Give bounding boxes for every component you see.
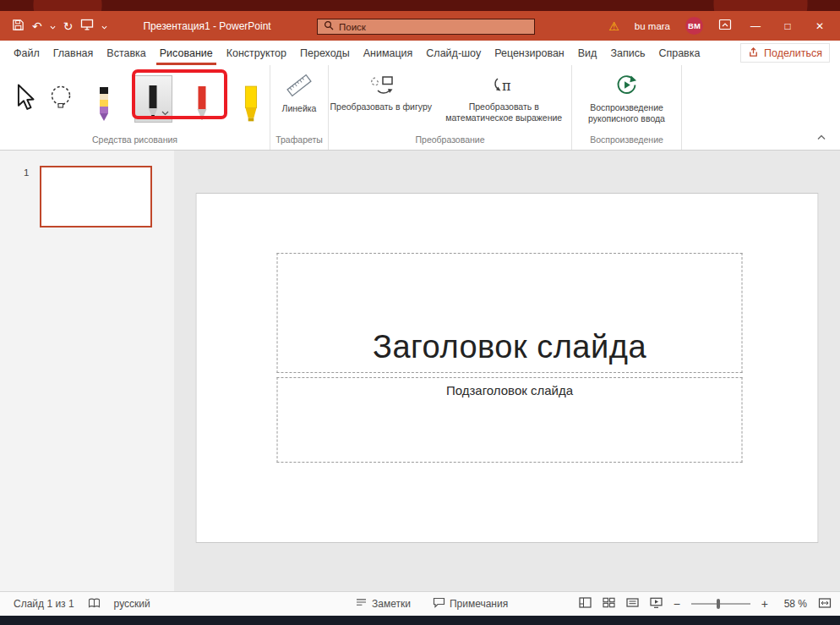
pen-options-chevron-icon[interactable] <box>161 104 169 119</box>
slide-thumbnail-panel: 1 <box>0 151 174 591</box>
search-icon <box>324 20 334 33</box>
account-name[interactable]: bu mara <box>635 21 670 31</box>
slide-number: 1 <box>24 167 29 178</box>
search-input[interactable] <box>339 22 528 32</box>
share-label: Поделиться <box>764 47 822 59</box>
tab-review[interactable]: Рецензирован <box>488 41 571 65</box>
group-label-drawing-tools: Средства рисования <box>0 132 270 150</box>
notes-label: Заметки <box>372 598 411 610</box>
desktop-edge-strip <box>0 616 840 625</box>
notes-button[interactable]: Заметки <box>355 598 411 610</box>
title-placeholder-text: Заголовок слайда <box>373 329 646 365</box>
tab-view[interactable]: Вид <box>571 41 604 65</box>
svg-text:π: π <box>502 78 511 94</box>
ink-replay-button[interactable]: Воспроизведение рукописного ввода <box>575 69 679 129</box>
ink-replay-icon <box>615 74 638 99</box>
group-label-convert: Преобразование <box>329 132 571 150</box>
slide[interactable]: Заголовок слайда Подзаголовок слайда <box>196 193 819 543</box>
subtitle-placeholder[interactable]: Подзаголовок слайда <box>277 377 743 463</box>
share-button[interactable]: Поделиться <box>740 43 830 63</box>
tab-record[interactable]: Запись <box>603 41 652 65</box>
group-replay: Воспроизведение рукописного ввода Воспро… <box>572 65 682 150</box>
highlighter-icon <box>242 85 260 123</box>
titlebar: ↶ ↻ Презентация1 - PowerPoint ⚠ bu mara … <box>0 11 840 41</box>
multicolor-pen-icon <box>96 85 112 123</box>
close-button[interactable]: ✕ <box>811 20 828 32</box>
tab-insert[interactable]: Вставка <box>100 41 152 65</box>
ruler-icon <box>285 74 314 100</box>
title-placeholder[interactable]: Заголовок слайда <box>277 253 743 373</box>
undo-icon[interactable]: ↶ <box>32 20 42 32</box>
eraser-pen-tool[interactable] <box>85 75 123 123</box>
slide-sorter-view-icon[interactable] <box>603 597 615 611</box>
group-convert: Преобразовать в фигуру π Преобразовать в… <box>329 65 572 150</box>
ribbon-display-options-icon[interactable] <box>718 19 732 33</box>
minimize-button[interactable]: — <box>747 20 764 32</box>
search-box[interactable] <box>317 19 535 35</box>
window-title: Презентация1 - PowerPoint <box>143 20 270 32</box>
group-label-stencils: Трафареты <box>270 132 328 150</box>
zoom-out-button[interactable]: − <box>674 597 680 611</box>
normal-view-icon[interactable] <box>579 597 592 611</box>
group-stencils: Линейка Трафареты <box>270 65 329 150</box>
select-tool-icon[interactable] <box>11 83 36 115</box>
slideshow-view-icon[interactable] <box>650 597 663 611</box>
save-icon[interactable] <box>12 19 25 34</box>
slide-thumbnail[interactable] <box>40 166 152 228</box>
tab-home[interactable]: Главная <box>46 41 101 65</box>
red-pen-icon <box>194 84 210 123</box>
group-drawing-tools: Средства рисования <box>0 65 270 150</box>
convert-to-shape-label: Преобразовать в фигуру <box>330 101 432 112</box>
editing-canvas: Заголовок слайда Подзаголовок слайда <box>174 151 840 591</box>
lasso-select-icon[interactable] <box>47 84 74 114</box>
convert-to-math-icon: π <box>491 74 516 98</box>
ribbon: Средства рисования Линейка Трафареты <box>0 65 840 151</box>
ruler-button[interactable]: Линейка <box>272 69 326 129</box>
ink-replay-label: Воспроизведение рукописного ввода <box>575 102 679 124</box>
notes-icon <box>355 598 368 610</box>
zoom-slider[interactable] <box>691 603 750 605</box>
tab-file[interactable]: Файл <box>7 41 46 65</box>
avatar[interactable]: BM <box>685 17 703 35</box>
ruler-label: Линейка <box>282 103 317 114</box>
share-icon <box>748 47 759 60</box>
collapse-ribbon-icon[interactable] <box>816 129 826 144</box>
comments-label: Примечания <box>450 598 508 610</box>
comments-button[interactable]: Примечания <box>433 597 508 611</box>
comments-icon <box>433 597 445 611</box>
convert-to-math-button[interactable]: π Преобразовать в математическое выражен… <box>437 69 570 129</box>
slideshow-from-start-icon[interactable] <box>80 19 94 33</box>
slide-indicator: Слайд 1 из 1 <box>14 598 74 610</box>
tab-slideshow[interactable]: Слайд-шоу <box>419 41 488 65</box>
red-pen-tool[interactable] <box>183 75 221 123</box>
workspace: 1 Заголовок слайда Подзаголовок слайда <box>0 151 840 591</box>
group-label-replay: Воспроизведение <box>572 132 681 150</box>
maximize-button[interactable]: □ <box>779 20 796 32</box>
highlighter-tool[interactable] <box>232 75 270 123</box>
statusbar: Слайд 1 из 1 русский Заметки Примечания <box>0 591 840 616</box>
reading-view-icon[interactable] <box>626 597 639 611</box>
proofing-icon[interactable] <box>88 598 101 611</box>
redo-icon[interactable]: ↻ <box>63 20 74 32</box>
fit-to-window-icon[interactable] <box>818 597 832 611</box>
qat-dropdown-icon[interactable] <box>101 20 107 32</box>
convert-to-shape-button[interactable]: Преобразовать в фигуру <box>330 69 433 129</box>
subtitle-placeholder-text: Подзаголовок слайда <box>446 383 573 397</box>
black-pen-icon <box>145 83 161 122</box>
zoom-level[interactable]: 58 % <box>779 598 807 610</box>
black-pen-tool[interactable] <box>134 75 172 123</box>
undo-dropdown-icon[interactable] <box>50 20 56 32</box>
tab-transitions[interactable]: Переходы <box>293 41 357 65</box>
ribbon-tabs: Файл Главная Вставка Рисование Конструкт… <box>0 41 840 65</box>
tab-design[interactable]: Конструктор <box>220 41 293 65</box>
tab-draw[interactable]: Рисование <box>153 41 220 65</box>
tab-animations[interactable]: Анимация <box>357 41 420 65</box>
warning-icon[interactable]: ⚠ <box>608 20 619 32</box>
zoom-in-button[interactable]: + <box>761 597 768 611</box>
language-indicator[interactable]: русский <box>114 598 150 610</box>
quick-access-toolbar: ↶ ↻ <box>12 19 107 34</box>
zoom-slider-thumb[interactable] <box>717 599 720 609</box>
tab-help[interactable]: Справка <box>652 41 706 65</box>
convert-to-math-label: Преобразовать в математическое выражение <box>437 101 570 123</box>
convert-to-shape-icon <box>368 74 394 98</box>
